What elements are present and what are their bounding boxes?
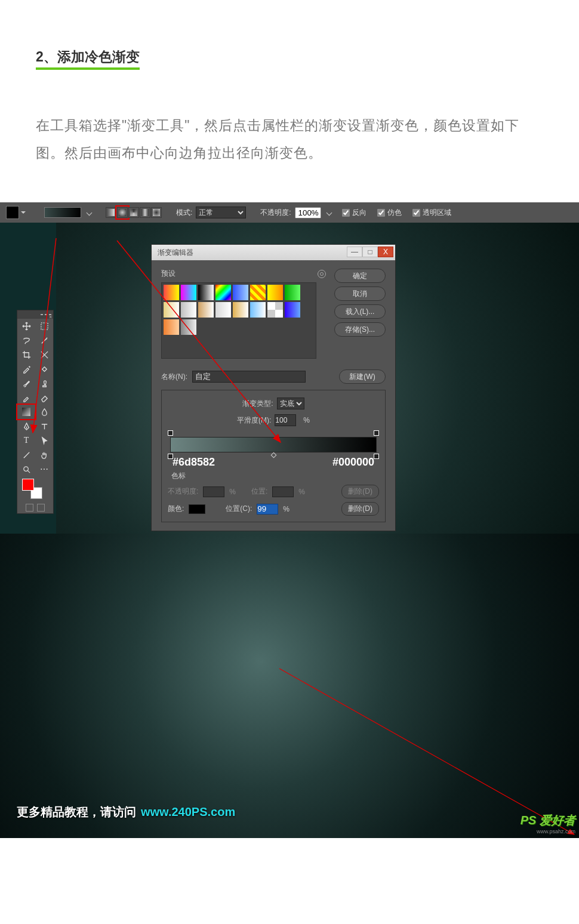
preset-swatch[interactable] [164, 302, 179, 318]
section-body: 在工具箱选择"渐变工具"，然后点击属性栏的渐变设置渐变色，颜色设置如下图。然后由… [36, 112, 543, 167]
load-button[interactable]: 载入(L)... [334, 304, 386, 319]
opacity-stop-left[interactable] [168, 430, 173, 436]
dialog-titlebar[interactable]: 渐变编辑器 — □ X [152, 245, 395, 260]
slice-tool-icon[interactable] [35, 347, 53, 362]
wand-tool-icon[interactable] [35, 333, 53, 347]
preset-grid[interactable] [161, 282, 316, 359]
left-hex: #6d8582 [173, 456, 215, 469]
quickmask-icon[interactable] [26, 504, 33, 512]
reverse-checkbox[interactable]: 反向 [342, 208, 367, 218]
hand-tool-icon[interactable] [35, 448, 53, 462]
path-select-icon[interactable] [35, 433, 53, 448]
gear-icon[interactable] [318, 270, 326, 278]
opacity-label: 不透明度: [260, 208, 291, 218]
minimize-icon[interactable]: — [347, 247, 362, 257]
stop-color-swatch[interactable] [189, 504, 205, 514]
preset-swatch[interactable] [250, 285, 266, 300]
gradient-bar[interactable] [170, 437, 377, 452]
line-tool-icon[interactable] [17, 448, 35, 462]
preset-swatch[interactable] [198, 285, 214, 300]
preset-swatch[interactable] [285, 285, 300, 300]
preset-swatch[interactable] [267, 285, 283, 300]
preset-swatch[interactable] [250, 302, 266, 318]
stop-position2-input[interactable] [257, 504, 278, 515]
opacity-input[interactable] [295, 207, 321, 218]
history-brush-icon[interactable] [17, 390, 35, 405]
name-input[interactable] [192, 371, 306, 383]
transparency-checkbox[interactable]: 透明区域 [412, 208, 451, 218]
gradient-linear-icon[interactable] [106, 207, 116, 218]
mode-select[interactable]: 正常 [196, 207, 246, 218]
type-tool-icon[interactable] [35, 419, 53, 433]
opacity-stop-right[interactable] [374, 430, 379, 436]
preset-swatch[interactable] [233, 285, 248, 300]
preset-swatch[interactable] [233, 302, 248, 318]
preset-swatch[interactable] [215, 285, 231, 300]
zoom-tool-icon[interactable] [17, 462, 35, 476]
gradient-reflected-icon[interactable] [140, 207, 150, 218]
mode-label: 模式: [176, 208, 192, 218]
blur-tool-icon[interactable] [35, 405, 53, 419]
preset-swatch[interactable] [215, 302, 231, 318]
tool-preset-swatch[interactable] [6, 206, 19, 219]
maximize-icon[interactable]: □ [362, 247, 378, 257]
tools-panel: × T ⋯ [17, 310, 54, 514]
preset-swatch[interactable] [181, 319, 196, 335]
gradient-sample[interactable] [44, 207, 81, 218]
ok-button[interactable]: 确定 [334, 269, 386, 283]
preset-swatch[interactable] [164, 285, 179, 300]
gradient-angle-icon[interactable] [128, 207, 139, 218]
stamp-tool-icon[interactable] [35, 376, 53, 390]
lasso-tool-icon[interactable] [17, 333, 35, 347]
gradient-tool-icon[interactable] [17, 405, 35, 419]
type-label: 渐变类型: [242, 399, 273, 409]
close-icon[interactable]: X [378, 247, 393, 257]
eraser-tool-icon[interactable] [35, 390, 53, 405]
delete-opacity-stop-button: 删除(D) [341, 485, 379, 498]
delete-color-stop-button[interactable]: 删除(D) [341, 502, 379, 516]
stops-label: 色标 [171, 471, 379, 481]
presets-label: 预设 [161, 269, 175, 279]
smooth-input[interactable] [275, 414, 296, 426]
name-label: 名称(N): [161, 372, 187, 382]
text-tool-icon[interactable]: T [17, 433, 35, 448]
preset-swatch[interactable] [198, 302, 214, 318]
color-stop-left[interactable] [168, 454, 173, 459]
eyedropper-tool-icon[interactable] [17, 362, 35, 376]
type-select[interactable]: 实底 [277, 398, 304, 409]
screenmode-icon[interactable] [37, 504, 45, 512]
cancel-button[interactable]: 取消 [334, 287, 386, 301]
right-hex: #000000 [332, 456, 374, 469]
gradient-radial-icon[interactable] [117, 207, 128, 218]
save-button[interactable]: 存储(S)... [334, 322, 386, 337]
dither-checkbox[interactable]: 仿色 [377, 208, 402, 218]
move-tool-icon[interactable] [17, 319, 35, 333]
preset-swatch[interactable] [181, 285, 196, 300]
color-swatches[interactable] [17, 476, 53, 501]
preset-swatch[interactable] [181, 302, 196, 318]
stop-position-input [272, 486, 294, 497]
credit-line: 更多精品教程，请访问 www.240PS.com [17, 804, 235, 820]
more-icon[interactable]: ⋯ [35, 462, 53, 476]
options-bar: 模式: 正常 不透明度: 反向 仿色 透明区域 [0, 202, 579, 223]
preset-swatch[interactable] [164, 319, 179, 335]
credit-link[interactable]: www.240PS.com [141, 805, 235, 819]
preset-swatch[interactable] [267, 302, 283, 318]
gradient-diamond-icon[interactable] [151, 207, 162, 218]
screenshot-photoshop: 模式: 正常 不透明度: 反向 仿色 透明区域 × T ⋯ 渐变编辑器 — □ [0, 202, 579, 534]
svg-line-4 [279, 669, 574, 834]
stop-opacity-input [203, 486, 224, 497]
color-stop-right[interactable] [374, 454, 379, 459]
new-button[interactable]: 新建(W) [339, 369, 386, 384]
preset-swatch[interactable] [285, 302, 300, 318]
pen-tool-icon[interactable] [17, 419, 35, 433]
smooth-label: 平滑度(M): [237, 415, 271, 426]
svg-rect-0 [41, 322, 47, 329]
section-title: 2、添加冷色渐变 [36, 48, 140, 70]
crop-tool-icon[interactable] [17, 347, 35, 362]
watermark: PS 爱好者 www.psahz.com [521, 812, 575, 834]
brush-tool-icon[interactable] [17, 376, 35, 390]
heal-tool-icon[interactable] [35, 362, 53, 376]
gradient-editor-dialog: 渐变编辑器 — □ X 预设 确定 取消 载入(L)... 存储(S)... [151, 244, 396, 531]
marquee-tool-icon[interactable] [35, 319, 53, 333]
